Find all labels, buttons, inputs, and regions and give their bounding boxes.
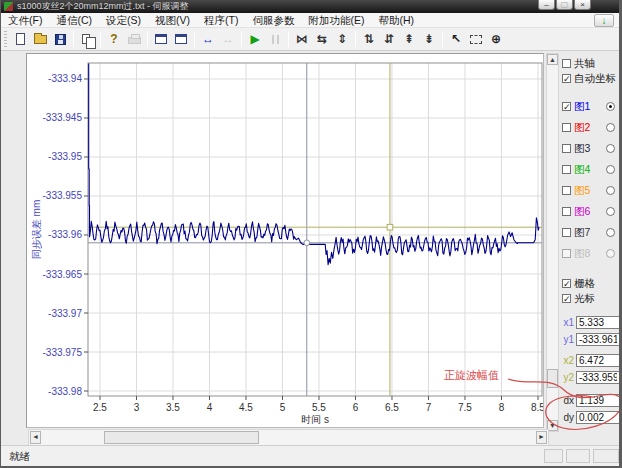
horizontal-scrollbar[interactable]: ◄ ► <box>28 429 549 446</box>
toolbar-separator <box>147 31 148 47</box>
chart-2-label: 图2 <box>574 121 590 135</box>
vertical-scrollbar-thumb[interactable] <box>547 369 558 388</box>
toolbar-separator <box>355 31 356 47</box>
chart-3-radio[interactable] <box>606 144 615 153</box>
save-button[interactable] <box>50 29 70 49</box>
open-file-button[interactable] <box>30 29 50 49</box>
move-tool-button[interactable]: ⊕ <box>486 29 506 49</box>
chart-1-label: 图1 <box>574 100 590 114</box>
close-button[interactable]: × <box>574 0 591 10</box>
copy-icon <box>82 34 90 44</box>
svg-text:8.5: 8.5 <box>531 402 543 413</box>
menu-settings[interactable]: 设定(S) <box>99 13 148 28</box>
client-area: 2.533.544.555.566.577.588.5-333.94-333.9… <box>1 51 619 447</box>
svg-text:-333.98: -333.98 <box>48 386 82 397</box>
chart-4-radio[interactable] <box>606 165 615 174</box>
cursor-row: ✓ 光标 <box>561 291 620 306</box>
svg-text:4.5: 4.5 <box>239 402 253 413</box>
x2-label: x2 <box>561 355 574 366</box>
chart-row-2: 图2 <box>561 117 620 138</box>
chart-2-radio[interactable] <box>606 123 615 132</box>
chart-1-checkbox[interactable]: ✓ <box>562 102 571 111</box>
menu-communication[interactable]: 通信(C) <box>49 13 99 28</box>
run-button[interactable]: ▶ <box>245 29 265 49</box>
chart-7-radio[interactable] <box>606 228 615 237</box>
status-bar: 就绪 <box>1 445 619 466</box>
window-1-icon <box>155 34 167 44</box>
chart-row-1: ✓图1 <box>561 96 620 117</box>
chart-6-checkbox[interactable] <box>562 207 571 216</box>
fit-horizontal-alt-button[interactable]: ↔ <box>218 29 238 49</box>
chart-5-checkbox[interactable] <box>562 186 571 195</box>
toolbar-separator <box>194 31 195 47</box>
toolbar-grip-icon <box>4 31 7 47</box>
maximize-button[interactable]: ▢ <box>556 0 573 10</box>
chart-5-radio[interactable] <box>606 186 615 195</box>
cursor-checkbox[interactable]: ✓ <box>562 294 571 303</box>
new-file-button[interactable] <box>10 29 30 49</box>
chart-8-label: 图8 <box>574 247 590 261</box>
menu-view[interactable]: 视图(V) <box>148 13 197 28</box>
svg-text:-333.965: -333.965 <box>43 269 83 280</box>
grid-checkbox[interactable]: ✓ <box>562 279 571 288</box>
print-button[interactable] <box>124 29 144 49</box>
autoscale-checkbox[interactable]: ✓ <box>562 74 571 83</box>
scroll-left-icon[interactable]: ◄ <box>30 431 41 444</box>
zoom-y-button[interactable]: ⇕ <box>332 29 352 49</box>
green-down-arrow-button[interactable]: ↓ <box>594 14 614 27</box>
zoom-x-expand-button[interactable]: ⋈ <box>292 29 312 49</box>
vertical-scrollbar[interactable]: ▲ ▼ <box>546 53 559 432</box>
menu-servo-params[interactable]: 伺服参数 <box>245 13 301 28</box>
horizontal-scrollbar-thumb[interactable] <box>104 431 259 444</box>
zoom-x-compress-button[interactable]: ⇆ <box>312 29 332 49</box>
window-2-button[interactable] <box>171 29 191 49</box>
scale-y-up-button[interactable]: ⇅ <box>359 29 379 49</box>
y1-field[interactable] <box>576 333 620 346</box>
window-1-button[interactable] <box>151 29 171 49</box>
chart-6-radio[interactable] <box>606 207 615 216</box>
menu-program[interactable]: 程序(T) <box>197 13 245 28</box>
scroll-right-icon[interactable]: ► <box>536 431 547 444</box>
minimize-button[interactable]: – <box>538 0 555 10</box>
y2-label: y2 <box>561 372 574 383</box>
chart-7-checkbox[interactable] <box>562 228 571 237</box>
svg-text:6: 6 <box>353 402 359 413</box>
pause-button[interactable] <box>265 29 285 49</box>
coaxial-checkbox[interactable] <box>562 59 571 68</box>
select-rect-tool-button[interactable] <box>466 29 486 49</box>
chart-2-checkbox[interactable] <box>562 123 571 132</box>
x1-field[interactable] <box>576 316 620 329</box>
svg-text:7.5: 7.5 <box>458 402 472 413</box>
scroll-up-icon[interactable]: ▲ <box>547 54 558 65</box>
dy-field[interactable] <box>576 411 620 424</box>
toolbar: ?↔↔▶⋈⇆⇕⇅⇵⇞⇟↖⊕ <box>1 28 619 51</box>
pointer-tool-button[interactable]: ↖ <box>446 29 466 49</box>
fit-horizontal-button[interactable]: ↔ <box>198 29 218 49</box>
dx-field[interactable] <box>576 394 620 407</box>
window-title: s1000攻丝2个20mm12mm过.txt - 伺服调整 <box>17 0 189 13</box>
copy-button[interactable] <box>77 29 97 49</box>
help-key-button[interactable]: ? <box>104 29 124 49</box>
chart-3-checkbox[interactable] <box>562 144 571 153</box>
svg-text:6.5: 6.5 <box>385 402 399 413</box>
x2-field[interactable] <box>576 354 620 367</box>
chart-1-radio[interactable] <box>606 102 615 111</box>
chart-8-radio[interactable] <box>606 249 615 258</box>
scale-y-down-button[interactable]: ⇵ <box>379 29 399 49</box>
app-icon <box>4 2 13 11</box>
readout-row-y2: y2 <box>561 369 620 386</box>
menu-extra-functions[interactable]: 附加功能(E) <box>301 13 371 28</box>
menu-file[interactable]: 文件(F) <box>1 13 49 28</box>
readout-row-x2: x2 <box>561 352 620 369</box>
scale-auto-up-button[interactable]: ⇞ <box>399 29 419 49</box>
scale-auto-down-button[interactable]: ⇟ <box>419 29 439 49</box>
chart-8-checkbox[interactable] <box>562 249 571 258</box>
chart-3-label: 图3 <box>574 142 590 156</box>
readout-row-dx: dx <box>561 392 620 409</box>
menu-bar: 文件(F) 通信(C) 设定(S) 视图(V) 程序(T) 伺服参数 附加功能(… <box>1 13 619 28</box>
annotation-text: 正旋波幅值 <box>444 368 499 383</box>
print-icon <box>128 37 141 44</box>
chart-4-checkbox[interactable] <box>562 165 571 174</box>
menu-help[interactable]: 帮助(H) <box>371 13 421 28</box>
y2-field[interactable] <box>576 371 620 384</box>
